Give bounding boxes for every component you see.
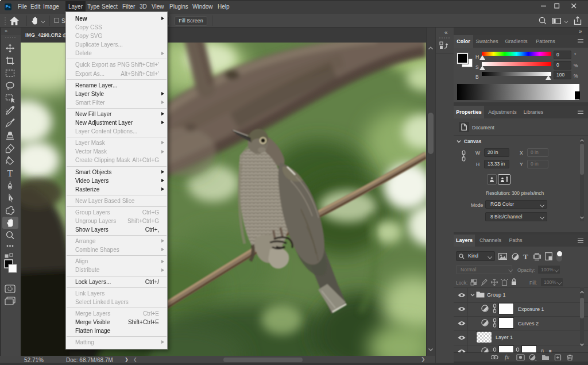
- svg-text:T: T: [7, 168, 13, 178]
- svg-text:fx: fx: [505, 354, 509, 360]
